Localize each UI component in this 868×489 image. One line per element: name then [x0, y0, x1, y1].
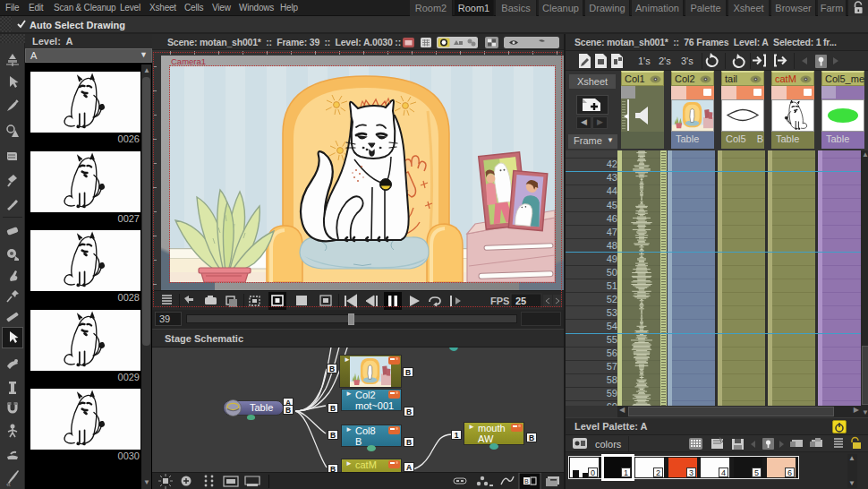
svg-text:2's: 2's — [659, 56, 671, 66]
svg-text:B: B — [524, 478, 529, 485]
svg-text:1's: 1's — [638, 56, 651, 66]
svg-text:colors: colors — [595, 439, 622, 450]
svg-text:FPS: FPS — [490, 296, 509, 306]
svg-text:25: 25 — [515, 296, 526, 306]
svg-text:3's: 3's — [681, 56, 694, 66]
